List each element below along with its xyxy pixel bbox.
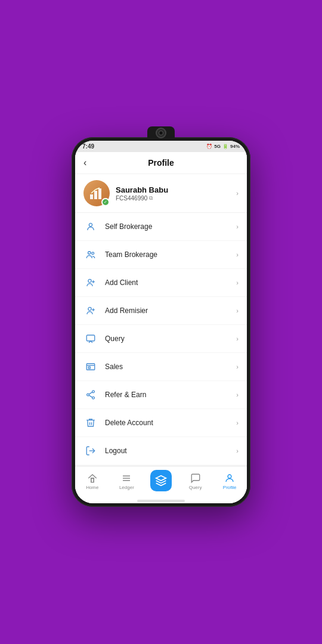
menu-item-query[interactable]: Query › [75, 325, 247, 353]
logout-icon [83, 444, 98, 458]
badge-icon: ✓ [104, 200, 107, 205]
nav-query-label: Query [189, 485, 202, 490]
self-brokerage-label: Self Brokerage [105, 222, 236, 231]
copy-icon[interactable]: ⧉ [149, 195, 153, 202]
add-remisier-label: Add Remisier [105, 306, 236, 315]
status-icons: ⏰ 5G 🔋 94% [206, 144, 240, 149]
svg-point-17 [92, 391, 95, 393]
nav-home[interactable]: Home [78, 473, 107, 490]
add-client-chevron: › [236, 279, 239, 286]
bottom-nav: Home Ledger [75, 466, 247, 497]
nav-query[interactable]: Query [181, 473, 210, 490]
profile-chevron: › [236, 190, 239, 197]
query-chevron: › [236, 335, 239, 342]
nav-profile-label: Profile [223, 485, 237, 490]
profile-id-text: FCS446990 [116, 195, 147, 202]
camera-lens-inner [159, 131, 163, 135]
home-indicator [137, 500, 185, 502]
menu-item-add-remisier[interactable]: Add Remisier › [75, 297, 247, 325]
svg-point-4 [88, 252, 91, 255]
add-remisier-icon [83, 304, 98, 318]
phone-shell: 7:49 ⏰ 5G 🔋 94% ‹ Profile [72, 137, 250, 507]
nav-query-icon [190, 473, 201, 484]
svg-rect-23 [91, 478, 94, 482]
avatar-badge: ✓ [101, 198, 110, 206]
delete-account-icon [83, 416, 98, 430]
add-remisier-chevron: › [236, 307, 239, 314]
team-brokerage-icon [83, 247, 98, 262]
ledger-icon [121, 473, 132, 484]
self-brokerage-chevron: › [236, 223, 239, 230]
svg-point-12 [93, 309, 94, 310]
top-nav: ‹ Profile [75, 152, 247, 174]
signal-icon: 5G [214, 144, 221, 149]
svg-rect-0 [90, 194, 93, 199]
menu-item-refer-earn[interactable]: Refer & Earn › [75, 381, 247, 409]
home-icon [87, 473, 98, 484]
camera-lens [156, 128, 166, 138]
camera-bump [147, 126, 175, 140]
self-brokerage-icon [83, 219, 98, 234]
page-title: Profile [148, 158, 174, 168]
phone-screen: 7:49 ⏰ 5G 🔋 94% ‹ Profile [75, 141, 247, 503]
svg-point-9 [88, 307, 91, 310]
menu-item-logout[interactable]: Logout › [75, 437, 247, 465]
profile-info: Saurabh Babu FCS446990 ⧉ [116, 185, 236, 202]
query-label: Query [105, 335, 236, 343]
svg-point-27 [228, 475, 231, 478]
menu-item-team-brokerage[interactable]: Team Brokerage › [75, 241, 247, 269]
add-client-icon [83, 275, 98, 290]
nav-center[interactable] [146, 470, 176, 493]
back-button[interactable]: ‹ [83, 157, 86, 168]
svg-line-21 [89, 395, 92, 397]
svg-rect-13 [86, 335, 95, 341]
center-button[interactable] [150, 470, 172, 491]
battery-icon: 🔋 [222, 144, 228, 149]
center-icon [155, 475, 167, 487]
add-client-label: Add Client [105, 278, 236, 287]
team-brokerage-chevron: › [236, 251, 239, 258]
delete-account-label: Delete Account [105, 419, 236, 427]
sales-icon [83, 360, 98, 374]
sales-label: Sales [105, 363, 236, 371]
screen-content: ‹ Profile ✓ [75, 152, 247, 503]
alarm-icon: ⏰ [206, 144, 212, 149]
profile-id: FCS446990 ⧉ [116, 195, 236, 202]
logout-label: Logout [105, 447, 236, 455]
svg-point-18 [87, 394, 89, 396]
svg-rect-14 [86, 364, 95, 370]
svg-point-19 [92, 397, 95, 399]
svg-point-5 [92, 252, 94, 255]
menu-item-add-client[interactable]: Add Client › [75, 269, 247, 297]
profile-name: Saurabh Babu [116, 185, 236, 194]
nav-ledger[interactable]: Ledger [112, 473, 141, 490]
query-icon [83, 332, 98, 346]
menu-item-self-brokerage[interactable]: Self Brokerage › [75, 213, 247, 241]
status-bar: 7:49 ⏰ 5G 🔋 94% [75, 141, 247, 152]
svg-point-3 [89, 223, 92, 226]
sales-chevron: › [236, 363, 239, 370]
refer-earn-chevron: › [236, 391, 239, 398]
nav-profile[interactable]: Profile [215, 473, 244, 490]
svg-line-20 [89, 392, 92, 394]
avatar-wrap: ✓ [83, 180, 110, 206]
refer-earn-icon [83, 388, 98, 402]
svg-rect-2 [98, 188, 101, 199]
menu-item-sales[interactable]: Sales › [75, 353, 247, 381]
nav-profile-icon [224, 473, 235, 484]
status-time: 7:49 [82, 143, 94, 150]
profile-header[interactable]: ✓ Saurabh Babu FCS446990 ⧉ › [75, 174, 247, 213]
svg-rect-16 [88, 367, 90, 369]
refer-earn-label: Refer & Earn [105, 391, 236, 399]
menu-list: Self Brokerage › Team Brokerage › [75, 213, 247, 466]
nav-home-label: Home [86, 485, 98, 490]
battery-percent: 94% [230, 144, 240, 149]
nav-ledger-label: Ledger [119, 485, 134, 490]
svg-point-6 [88, 279, 91, 282]
logout-chevron: › [236, 447, 239, 454]
menu-item-delete-account[interactable]: Delete Account › [75, 409, 247, 437]
svg-rect-1 [94, 191, 97, 199]
team-brokerage-label: Team Brokerage [105, 250, 236, 259]
delete-account-chevron: › [236, 419, 239, 426]
